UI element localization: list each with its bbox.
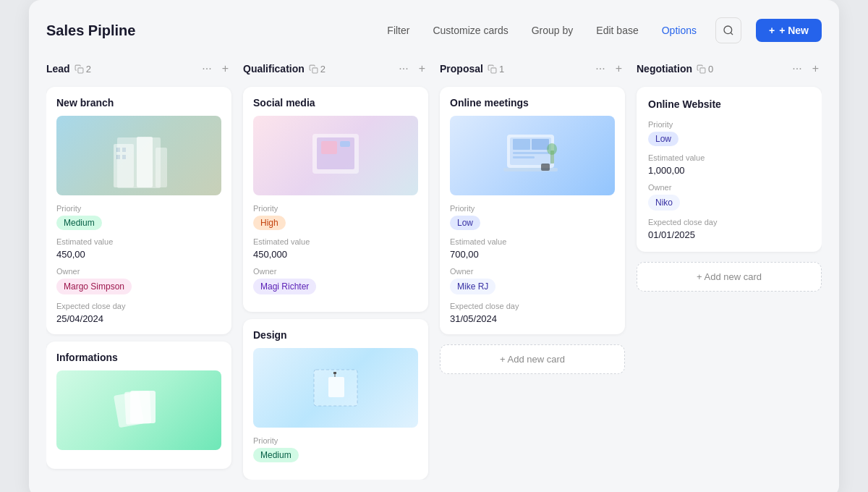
copy-icon-2 — [309, 64, 318, 74]
svg-rect-4 — [156, 148, 167, 187]
column-title-qualification: Qualification — [243, 63, 305, 75]
column-negotiation: Negotiation 0 ··· + Online Website Prior… — [637, 58, 822, 480]
column-count-negotiation: 0 — [697, 64, 713, 75]
laptop-svg — [500, 129, 565, 183]
owner-label-3: Owner — [450, 267, 615, 276]
card-new-branch-title: New branch — [56, 97, 221, 109]
estimated-value-4: 1,000,00 — [648, 165, 810, 176]
card-design-image — [253, 348, 418, 428]
column-lead: Lead 2 ··· + New branch — [46, 58, 231, 480]
card-design: Design Priority Medium — [243, 319, 428, 480]
tablet-svg — [307, 130, 365, 181]
column-title-lead: Lead — [46, 63, 70, 75]
close-date: 25/04/2024 — [56, 313, 221, 324]
search-icon — [723, 25, 734, 36]
header-actions: Filter Customize cards Group by Edit bas… — [383, 17, 822, 43]
customize-cards-button[interactable]: Customize cards — [428, 22, 512, 39]
column-qualification-actions: ··· + — [396, 61, 428, 77]
new-button[interactable]: + + New — [756, 19, 822, 42]
column-negotiation-actions: ··· + — [789, 61, 822, 77]
column-proposal-add[interactable]: + — [613, 61, 625, 77]
column-title-negotiation: Negotiation — [637, 63, 692, 75]
paper-svg — [110, 385, 168, 436]
column-proposal: Proposal 1 ··· + Online meetings — [440, 58, 625, 480]
svg-rect-8 — [122, 155, 126, 159]
close-label: Expected close day — [56, 302, 221, 310]
owner-label: Owner — [56, 267, 221, 276]
design-svg — [310, 366, 361, 410]
column-count-lead: 2 — [75, 64, 91, 75]
card-online-meetings: Online meetings — [440, 87, 625, 334]
column-lead-add[interactable]: + — [219, 61, 231, 77]
card-online-meetings-title: Online meetings — [450, 97, 615, 109]
estimated-label-2: Estimated value — [253, 237, 418, 246]
svg-point-30 — [547, 143, 557, 155]
card-new-branch: New branch Priority Medium Estimat — [46, 87, 231, 334]
priority-label-design: Priority — [253, 436, 418, 445]
card-new-branch-image — [56, 116, 221, 195]
svg-rect-5 — [116, 148, 120, 152]
header: Sales Pipline Filter Customize cards Gro… — [46, 17, 822, 43]
close-label-3: Expected close day — [450, 302, 615, 310]
svg-point-0 — [724, 26, 732, 34]
column-negotiation-add[interactable]: + — [809, 61, 822, 77]
svg-rect-21 — [491, 67, 496, 72]
card-online-website-title: Online Website — [648, 98, 810, 110]
options-button[interactable]: Options — [658, 22, 701, 39]
column-qualification: Qualification 2 ··· + Social media — [243, 58, 428, 480]
svg-rect-31 — [541, 164, 550, 171]
card-social-media: Social media Priority High Estimated val… — [243, 87, 428, 312]
owner-label-4: Owner — [648, 183, 810, 192]
group-by-button[interactable]: Group by — [527, 22, 578, 39]
page-title: Sales Pipline — [46, 22, 383, 39]
estimated-label: Estimated value — [56, 237, 221, 246]
priority-badge-medium: Medium — [56, 216, 102, 230]
copy-icon-3 — [488, 64, 497, 74]
priority-badge-high: High — [253, 216, 286, 230]
copy-icon — [75, 64, 84, 74]
svg-rect-3 — [137, 137, 153, 187]
add-card-negotiation[interactable]: + Add new card — [637, 262, 822, 292]
svg-rect-1 — [78, 67, 83, 72]
column-header-lead: Lead 2 ··· + — [46, 58, 231, 80]
column-qualification-more[interactable]: ··· — [396, 61, 411, 77]
svg-rect-15 — [321, 141, 337, 154]
column-title-proposal: Proposal — [440, 63, 483, 75]
estimated-value-2: 450,000 — [253, 249, 418, 260]
estimated-label-4: Estimated value — [648, 153, 810, 162]
column-count-qualification: 2 — [309, 64, 326, 75]
column-count-proposal: 1 — [488, 64, 504, 75]
filter-button[interactable]: Filter — [383, 22, 414, 39]
close-date-3: 31/05/2024 — [450, 313, 615, 324]
new-icon: + — [769, 25, 775, 36]
new-label: + New — [779, 25, 809, 36]
close-label-4: Expected close day — [648, 218, 810, 226]
card-informations: Informations — [46, 342, 231, 469]
edit-base-button[interactable]: Edit base — [592, 22, 642, 39]
priority-badge-design: Medium — [253, 448, 299, 462]
svg-rect-18 — [328, 377, 344, 397]
svg-rect-32 — [700, 67, 705, 72]
svg-rect-24 — [513, 139, 530, 150]
owner-label-2: Owner — [253, 267, 418, 276]
svg-rect-6 — [122, 148, 126, 152]
card-social-media-image — [253, 116, 418, 195]
board: Lead 2 ··· + New branch — [46, 58, 822, 480]
card-design-title: Design — [253, 329, 418, 341]
svg-rect-26 — [513, 152, 549, 154]
column-negotiation-more[interactable]: ··· — [789, 61, 804, 77]
estimated-label-3: Estimated value — [450, 237, 615, 246]
building-svg — [106, 133, 171, 191]
priority-label-4: Priority — [648, 120, 810, 129]
card-online-meetings-image — [450, 116, 615, 195]
column-qualification-add[interactable]: + — [416, 61, 428, 77]
add-card-proposal[interactable]: + Add new card — [440, 344, 625, 374]
column-lead-actions: ··· + — [199, 61, 231, 77]
svg-rect-16 — [340, 141, 350, 147]
column-lead-more[interactable]: ··· — [199, 61, 214, 77]
svg-rect-7 — [116, 155, 120, 159]
column-proposal-more[interactable]: ··· — [592, 61, 608, 77]
search-button[interactable] — [715, 17, 741, 43]
column-proposal-actions: ··· + — [592, 61, 625, 77]
card-social-media-title: Social media — [253, 97, 418, 109]
